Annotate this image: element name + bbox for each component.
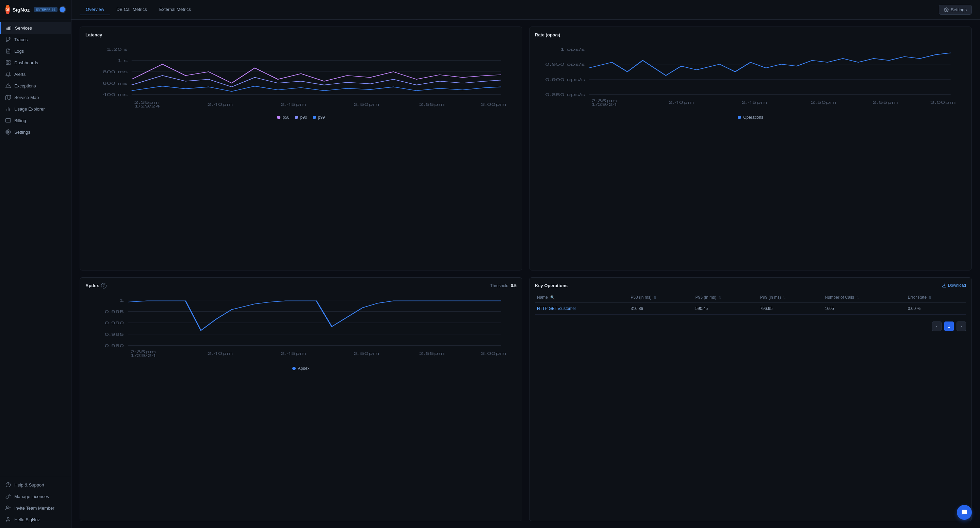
sidebar-item-usage-explorer[interactable]: Usage Explorer xyxy=(0,103,71,115)
help-circle-icon xyxy=(5,482,11,488)
svg-text:2:40pm: 2:40pm xyxy=(207,102,233,107)
apdex-header: Apdex ? Threshold 0.5 xyxy=(86,283,517,288)
row-name[interactable]: HTTP GET /customer xyxy=(535,302,628,314)
sidebar-label-usage-explorer: Usage Explorer xyxy=(14,107,45,111)
apdex-title: Apdex xyxy=(86,283,99,288)
svg-text:0.990: 0.990 xyxy=(105,321,124,325)
sidebar-label-hello: Hello SigNoz xyxy=(14,517,40,522)
layout-icon xyxy=(5,60,11,65)
key-operations-panel: Key Operations Download Name 🔍 xyxy=(529,277,972,522)
svg-text:2:40pm: 2:40pm xyxy=(207,351,233,356)
apdex-label: Apdex xyxy=(298,366,309,371)
settings-button[interactable]: Settings xyxy=(939,5,972,14)
error-rate-sort-icon[interactable]: ⇅ xyxy=(929,296,931,299)
tab-external-metrics[interactable]: External Metrics xyxy=(153,4,197,15)
p99-sort-icon[interactable]: ⇅ xyxy=(783,296,786,299)
name-search-icon[interactable]: 🔍 xyxy=(550,295,555,299)
row-p95: 590.45 xyxy=(694,302,758,314)
download-button[interactable]: Download xyxy=(942,283,966,288)
legend-operations[interactable]: Operations xyxy=(738,115,763,120)
sidebar-label-invite: Invite Team Member xyxy=(14,506,54,511)
download-label: Download xyxy=(948,283,966,288)
apdex-dot xyxy=(292,367,296,370)
tab-db-call-metrics[interactable]: DB Call Metrics xyxy=(110,4,153,15)
tabs: Overview DB Call Metrics External Metric… xyxy=(80,4,197,15)
sidebar-item-alerts[interactable]: Alerts xyxy=(0,68,71,80)
file-text-icon xyxy=(5,48,11,54)
sidebar: S SigNoz ENTERPRISE Services Traces Logs xyxy=(0,0,72,528)
legend-p90[interactable]: p90 xyxy=(295,115,307,120)
threshold-value: 0.5 xyxy=(511,283,517,288)
sidebar-item-exceptions[interactable]: Exceptions xyxy=(0,80,71,92)
alert-triangle-icon xyxy=(5,83,11,89)
rate-legend: Operations xyxy=(535,115,966,120)
p50-label: p50 xyxy=(282,115,289,120)
sidebar-label-manage-licenses: Manage Licenses xyxy=(14,494,49,499)
p99-dot xyxy=(313,116,316,119)
sidebar-label-service-map: Service Map xyxy=(14,95,39,100)
legend-p99[interactable]: p99 xyxy=(313,115,325,120)
p95-sort-icon[interactable]: ⇅ xyxy=(718,296,721,299)
content-grid: Latency 1.20 s 1 s 800 ms 600 ms 400 ms xyxy=(72,20,980,528)
svg-point-5 xyxy=(6,40,8,41)
chart-bar-icon xyxy=(6,25,11,30)
sidebar-label-services: Services xyxy=(15,25,32,30)
plan-badge: ENTERPRISE xyxy=(34,7,57,12)
sidebar-item-traces[interactable]: Traces xyxy=(0,34,71,45)
sidebar-item-services[interactable]: Services xyxy=(0,22,71,34)
apdex-info-icon[interactable]: ? xyxy=(101,283,107,288)
calls-sort-icon[interactable]: ⇅ xyxy=(856,296,859,299)
toggle-switch[interactable] xyxy=(60,6,66,13)
sidebar-bottom: Help & Support Manage Licenses Invite Te… xyxy=(0,476,71,528)
svg-text:0.985: 0.985 xyxy=(105,332,124,336)
user-plus-icon xyxy=(5,505,11,511)
sidebar-item-dashboards[interactable]: Dashboards xyxy=(0,57,71,68)
svg-point-29 xyxy=(946,9,947,11)
svg-point-4 xyxy=(9,37,10,39)
sidebar-item-logs[interactable]: Logs xyxy=(0,45,71,57)
legend-p50[interactable]: p50 xyxy=(277,115,289,120)
chat-bubble[interactable] xyxy=(957,505,972,520)
sidebar-item-manage-licenses[interactable]: Manage Licenses xyxy=(0,491,71,502)
gear-icon xyxy=(944,8,949,12)
apdex-title-row: Apdex ? xyxy=(86,283,107,288)
page-1-button[interactable]: 1 xyxy=(944,321,954,331)
row-p99: 796.95 xyxy=(758,302,823,314)
settings-icon xyxy=(5,129,11,135)
legend-apdex[interactable]: Apdex xyxy=(292,366,309,371)
p50-sort-icon[interactable]: ⇅ xyxy=(654,296,656,299)
latency-title: Latency xyxy=(86,32,517,37)
next-page-button[interactable]: › xyxy=(956,321,966,331)
sidebar-label-logs: Logs xyxy=(14,49,24,54)
tab-overview[interactable]: Overview xyxy=(80,4,110,15)
git-branch-icon xyxy=(5,37,11,42)
topbar: Overview DB Call Metrics External Metric… xyxy=(72,0,980,20)
sidebar-item-settings[interactable]: Settings xyxy=(0,126,71,138)
app-logo: S xyxy=(5,5,10,14)
sidebar-item-help[interactable]: Help & Support xyxy=(0,479,71,491)
settings-button-label: Settings xyxy=(951,7,967,12)
col-p99: P99 (in ms) ⇅ xyxy=(758,292,823,303)
table-row: HTTP GET /customer 310.86 590.45 796.95 … xyxy=(535,302,966,314)
app-name: SigNoz xyxy=(13,7,30,13)
p99-label: p99 xyxy=(318,115,325,120)
svg-rect-11 xyxy=(6,63,8,65)
sidebar-label-help: Help & Support xyxy=(14,482,44,488)
sidebar-item-hello[interactable]: Hello SigNoz xyxy=(0,514,71,525)
sidebar-item-billing[interactable]: Billing xyxy=(0,115,71,126)
svg-text:2:55pm: 2:55pm xyxy=(872,100,898,105)
row-p50: 310.86 xyxy=(628,302,693,314)
prev-page-button[interactable]: ‹ xyxy=(932,321,942,331)
sidebar-item-service-map[interactable]: Service Map xyxy=(0,92,71,103)
svg-text:1/29/24: 1/29/24 xyxy=(134,104,160,108)
svg-text:2:55pm: 2:55pm xyxy=(419,351,444,356)
sidebar-item-invite[interactable]: Invite Team Member xyxy=(0,502,71,514)
col-name: Name 🔍 xyxy=(535,292,628,303)
key-ops-header: Key Operations Download xyxy=(535,283,966,288)
sidebar-label-traces: Traces xyxy=(14,37,27,42)
svg-rect-10 xyxy=(8,63,10,65)
svg-text:1 s: 1 s xyxy=(118,59,127,63)
rate-panel: Rate (ops/s) 1 ops/s 0.950 ops/s 0.900 o… xyxy=(529,27,972,270)
svg-text:2:40pm: 2:40pm xyxy=(668,100,694,105)
svg-rect-20 xyxy=(6,119,11,122)
